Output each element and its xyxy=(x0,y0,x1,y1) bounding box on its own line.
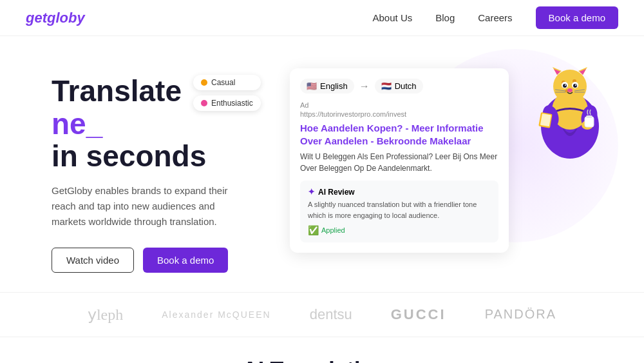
target-lang-label: Dutch xyxy=(395,81,417,91)
hero-title-line3: in seconds xyxy=(52,140,245,173)
logo-mcqueen: Alexander McQUEEN xyxy=(162,309,270,320)
bottom-section: AI Translation ✦ GetGloby translates mar… xyxy=(0,337,644,363)
nav-links: About Us Blog Careers Book a demo xyxy=(373,6,618,29)
svg-point-16 xyxy=(567,88,573,92)
tone-pill-enthusiastic[interactable]: Enthusiastic xyxy=(193,95,261,111)
hero-right: Casual Enthusiastic 🇺🇸 English → 🇳🇱 Dutc… xyxy=(245,62,605,253)
casual-dot xyxy=(201,79,207,86)
nav-link-blog[interactable]: Blog xyxy=(435,12,455,23)
applied-label: Applied xyxy=(321,226,345,234)
svg-point-14 xyxy=(565,84,566,86)
svg-point-2 xyxy=(553,70,587,103)
enthusiastic-label: Enthusiastic xyxy=(211,99,253,108)
watch-video-button[interactable]: Watch video xyxy=(52,248,134,273)
logo-aleph: 𝗒leph xyxy=(88,306,123,324)
bottom-title: AI Translation ✦ xyxy=(39,357,605,363)
nav-link-about[interactable]: About Us xyxy=(373,12,413,23)
hero-buttons: Watch video Book a demo xyxy=(52,248,245,273)
ai-review-text: A slightly nuanced translation but with … xyxy=(308,199,491,221)
source-lang-pill: 🇺🇸 English xyxy=(300,79,354,93)
tone-pills: Casual Enthusiastic xyxy=(193,75,261,111)
enthusiastic-dot xyxy=(201,100,207,106)
logo-dentsu: dentsu xyxy=(310,306,352,323)
source-flag: 🇺🇸 xyxy=(307,81,317,91)
target-lang-pill: 🇳🇱 Dutch xyxy=(375,79,423,93)
ai-star-icon: ✦ xyxy=(308,187,315,197)
nav-link-careers[interactable]: Careers xyxy=(478,12,512,23)
ad-title: Hoe Aandelen Kopen? - Meer Informatie Ov… xyxy=(300,122,498,147)
bottom-title-text: AI Translation xyxy=(242,357,387,363)
ad-label: Ad xyxy=(300,101,498,109)
translation-card: 🇺🇸 English → 🇳🇱 Dutch Ad https://tutorin… xyxy=(290,68,509,253)
logo-gucci: GUCCI xyxy=(391,306,446,323)
logos-bar: 𝗒leph Alexander McQUEEN dentsu GUCCI PAN… xyxy=(0,292,644,337)
check-circle-icon: ✅ xyxy=(308,225,319,235)
hero-book-demo-button[interactable]: Book a demo xyxy=(143,248,228,273)
svg-point-15 xyxy=(575,84,576,86)
source-lang-label: English xyxy=(320,81,348,91)
logo-pandora: PANDÖRA xyxy=(485,307,556,322)
svg-rect-25 xyxy=(586,115,592,118)
applied-badge: ✅ Applied xyxy=(308,225,345,235)
nav-book-demo-button[interactable]: Book a demo xyxy=(536,6,618,29)
lang-arrow-icon: → xyxy=(359,81,370,92)
casual-label: Casual xyxy=(211,78,235,87)
ai-review-box: ✦ AI Review A slightly nuanced translati… xyxy=(300,181,498,242)
hero-title-line2: ne_ xyxy=(52,108,245,141)
svg-point-13 xyxy=(573,84,577,88)
ad-body: Wilt U Beleggen Als Een Professional? Le… xyxy=(300,151,498,174)
ad-url: https://tutorinvestorpro.com/invest xyxy=(300,110,498,118)
hero-subtitle: GetGloby enables brands to expand their … xyxy=(52,183,245,230)
tone-pill-casual[interactable]: Casual xyxy=(193,75,261,90)
navbar: getgloby About Us Blog Careers Book a de… xyxy=(0,0,644,36)
svg-rect-24 xyxy=(585,117,594,127)
svg-point-12 xyxy=(563,84,567,88)
ai-review-title: AI Review xyxy=(318,188,355,197)
ai-review-header: ✦ AI Review xyxy=(308,187,491,197)
logo[interactable]: getgloby xyxy=(26,10,85,26)
hero-section: Translate ne_ in seconds GetGloby enable… xyxy=(0,36,644,292)
target-flag: 🇳🇱 xyxy=(381,81,392,91)
lang-row: 🇺🇸 English → 🇳🇱 Dutch xyxy=(300,79,498,93)
mascot xyxy=(528,43,612,159)
